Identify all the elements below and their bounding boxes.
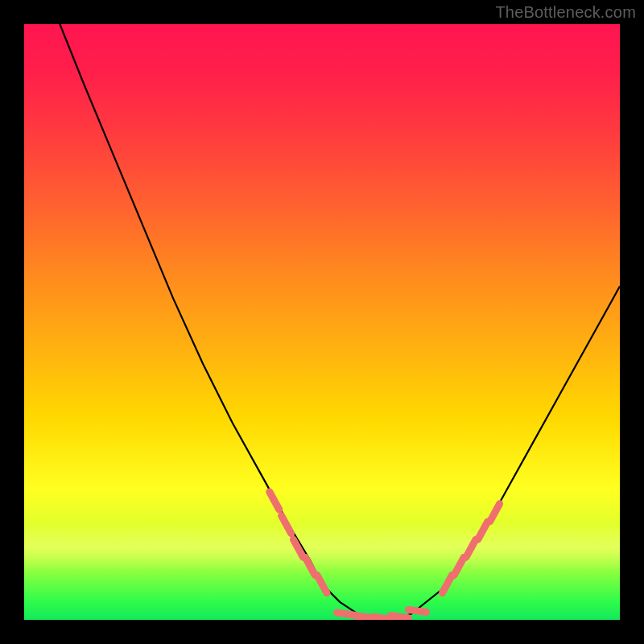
svg-line-14	[490, 504, 500, 522]
svg-line-1	[282, 516, 291, 534]
attribution-text: TheBottleneck.com	[495, 3, 636, 22]
svg-line-9	[408, 609, 426, 612]
svg-line-2	[293, 539, 303, 557]
svg-line-13	[478, 522, 488, 539]
curve-line	[60, 24, 620, 620]
bottleneck-curve	[24, 24, 620, 620]
svg-line-12	[466, 539, 476, 557]
curve-dashes	[270, 492, 500, 619]
svg-line-11	[454, 557, 464, 575]
svg-line-8	[390, 616, 408, 618]
svg-line-10	[442, 576, 452, 593]
plot-area	[24, 24, 620, 620]
svg-line-3	[305, 557, 315, 575]
chart-frame: TheBottleneck.com	[0, 0, 644, 644]
svg-line-4	[317, 576, 327, 593]
svg-line-0	[270, 492, 279, 510]
